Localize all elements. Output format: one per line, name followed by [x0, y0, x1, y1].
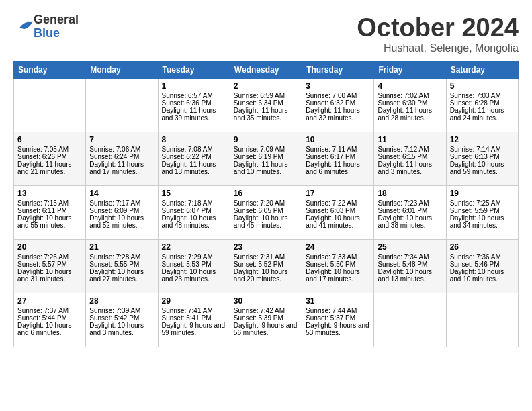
cell-text: Sunrise: 7:02 AM	[378, 92, 442, 99]
cell-text: Sunrise: 7:18 AM	[162, 199, 226, 207]
calendar-cell: 26Sunrise: 7:36 AMSunset: 5:46 PMDayligh…	[446, 240, 518, 293]
weekday-header-thursday: Thursday	[302, 62, 374, 79]
calendar-table: SundayMondayTuesdayWednesdayThursdayFrid…	[13, 61, 519, 347]
weekday-header-tuesday: Tuesday	[158, 62, 230, 79]
cell-text: Sunset: 6:28 PM	[450, 99, 515, 107]
cell-text: Sunset: 5:48 PM	[378, 261, 442, 268]
calendar-week-row: 27Sunrise: 7:37 AMSunset: 5:44 PMDayligh…	[14, 293, 519, 347]
calendar-header-row: SundayMondayTuesdayWednesdayThursdayFrid…	[14, 62, 519, 79]
cell-text: Sunrise: 6:57 AM	[162, 92, 226, 99]
calendar-cell: 3Sunrise: 7:00 AMSunset: 6:32 PMDaylight…	[302, 79, 374, 132]
cell-text: Sunrise: 7:22 AM	[306, 199, 370, 207]
cell-text: Daylight: 11 hours and 32 minutes.	[306, 107, 370, 122]
cell-text: Daylight: 10 hours and 59 minutes.	[450, 161, 515, 175]
cell-text: Daylight: 11 hours and 10 minutes.	[234, 161, 298, 175]
cell-text: Sunrise: 7:15 AM	[17, 199, 82, 207]
calendar-cell	[14, 79, 86, 132]
cell-text: Sunrise: 7:36 AM	[450, 253, 515, 261]
day-number: 4	[378, 81, 442, 91]
cell-text: Sunrise: 7:06 AM	[89, 146, 154, 153]
cell-text: Daylight: 10 hours and 31 minutes.	[17, 268, 82, 283]
cell-text: Sunrise: 7:28 AM	[89, 253, 154, 261]
logo-blue: Blue	[34, 27, 79, 40]
cell-text: Daylight: 9 hours and 53 minutes.	[306, 322, 370, 336]
cell-text: Sunset: 6:05 PM	[234, 207, 298, 214]
cell-text: Sunrise: 7:09 AM	[234, 146, 298, 153]
calendar-cell	[86, 79, 158, 132]
cell-text: Sunrise: 7:33 AM	[306, 253, 370, 261]
cell-text: Sunset: 5:52 PM	[234, 261, 298, 268]
cell-text: Daylight: 10 hours and 17 minutes.	[306, 268, 370, 283]
calendar-cell: 5Sunrise: 7:03 AMSunset: 6:28 PMDaylight…	[446, 79, 518, 132]
cell-text: Daylight: 11 hours and 6 minutes.	[306, 161, 370, 175]
day-number: 14	[89, 189, 154, 198]
calendar-cell: 20Sunrise: 7:26 AMSunset: 5:57 PMDayligh…	[14, 240, 86, 293]
cell-text: Sunset: 6:26 PM	[17, 153, 82, 161]
cell-text: Sunrise: 7:44 AM	[306, 307, 370, 314]
calendar-cell: 4Sunrise: 7:02 AMSunset: 6:30 PMDaylight…	[374, 79, 446, 132]
day-number: 1	[162, 81, 226, 91]
cell-text: Daylight: 10 hours and 3 minutes.	[89, 322, 154, 336]
day-number: 2	[234, 81, 298, 91]
cell-text: Daylight: 11 hours and 13 minutes.	[162, 161, 226, 175]
calendar-cell: 14Sunrise: 7:17 AMSunset: 6:09 PMDayligh…	[86, 186, 158, 240]
weekday-header-saturday: Saturday	[446, 62, 518, 79]
cell-text: Sunrise: 7:20 AM	[234, 199, 298, 207]
cell-text: Sunset: 5:53 PM	[162, 261, 226, 268]
cell-text: Sunset: 6:17 PM	[306, 153, 370, 161]
cell-text: Daylight: 11 hours and 35 minutes.	[234, 107, 298, 122]
cell-text: Sunset: 6:15 PM	[378, 153, 442, 161]
cell-text: Daylight: 10 hours and 27 minutes.	[89, 268, 154, 283]
cell-text: Sunrise: 7:05 AM	[17, 146, 82, 153]
cell-text: Daylight: 11 hours and 17 minutes.	[89, 161, 154, 175]
logo: General Blue	[13, 13, 79, 40]
cell-text: Sunrise: 7:14 AM	[450, 146, 515, 153]
page-header: General Blue October 2024 Hushaat, Selen…	[13, 13, 519, 54]
month-title: October 2024	[357, 13, 519, 42]
cell-text: Daylight: 11 hours and 28 minutes.	[378, 107, 442, 122]
cell-text: Daylight: 11 hours and 3 minutes.	[378, 161, 442, 175]
calendar-cell: 10Sunrise: 7:11 AMSunset: 6:17 PMDayligh…	[302, 132, 374, 186]
cell-text: Sunset: 6:11 PM	[17, 207, 82, 214]
day-number: 27	[17, 296, 82, 306]
cell-text: Daylight: 11 hours and 39 minutes.	[162, 107, 226, 122]
cell-text: Sunset: 6:24 PM	[89, 153, 154, 161]
cell-text: Daylight: 10 hours and 48 minutes.	[162, 214, 226, 229]
cell-text: Sunrise: 7:39 AM	[89, 307, 154, 314]
day-number: 26	[450, 242, 515, 252]
cell-text: Daylight: 10 hours and 55 minutes.	[17, 214, 82, 229]
cell-text: Sunset: 6:34 PM	[234, 99, 298, 107]
cell-text: Sunset: 5:50 PM	[306, 261, 370, 268]
weekday-header-monday: Monday	[86, 62, 158, 79]
cell-text: Daylight: 10 hours and 10 minutes.	[450, 268, 515, 283]
calendar-week-row: 20Sunrise: 7:26 AMSunset: 5:57 PMDayligh…	[14, 240, 519, 293]
calendar-cell: 6Sunrise: 7:05 AMSunset: 6:26 PMDaylight…	[14, 132, 86, 186]
cell-text: Daylight: 10 hours and 45 minutes.	[234, 214, 298, 229]
day-number: 9	[234, 135, 298, 144]
cell-text: Sunrise: 7:26 AM	[17, 253, 82, 261]
cell-text: Daylight: 10 hours and 52 minutes.	[89, 214, 154, 229]
calendar-cell: 2Sunrise: 6:59 AMSunset: 6:34 PMDaylight…	[230, 79, 302, 132]
cell-text: Sunrise: 7:00 AM	[306, 92, 370, 99]
cell-text: Sunset: 5:57 PM	[17, 261, 82, 268]
cell-text: Sunset: 6:30 PM	[378, 99, 442, 107]
cell-text: Sunset: 6:36 PM	[162, 99, 226, 107]
calendar-week-row: 13Sunrise: 7:15 AMSunset: 6:11 PMDayligh…	[14, 186, 519, 240]
day-number: 19	[450, 189, 515, 198]
calendar-cell: 22Sunrise: 7:29 AMSunset: 5:53 PMDayligh…	[158, 240, 230, 293]
calendar-cell	[446, 293, 518, 347]
calendar-cell: 9Sunrise: 7:09 AMSunset: 6:19 PMDaylight…	[230, 132, 302, 186]
location-subtitle: Hushaat, Selenge, Mongolia	[357, 42, 519, 54]
cell-text: Sunrise: 7:34 AM	[378, 253, 442, 261]
day-number: 12	[450, 135, 515, 144]
title-block: October 2024 Hushaat, Selenge, Mongolia	[357, 13, 519, 54]
cell-text: Sunrise: 7:25 AM	[450, 199, 515, 207]
cell-text: Daylight: 10 hours and 41 minutes.	[306, 214, 370, 229]
calendar-cell	[374, 293, 446, 347]
cell-text: Daylight: 10 hours and 13 minutes.	[378, 268, 442, 283]
day-number: 18	[378, 189, 442, 198]
calendar-cell: 12Sunrise: 7:14 AMSunset: 6:13 PMDayligh…	[446, 132, 518, 186]
cell-text: Sunrise: 6:59 AM	[234, 92, 298, 99]
cell-text: Sunrise: 7:11 AM	[306, 146, 370, 153]
cell-text: Sunset: 5:46 PM	[450, 261, 515, 268]
